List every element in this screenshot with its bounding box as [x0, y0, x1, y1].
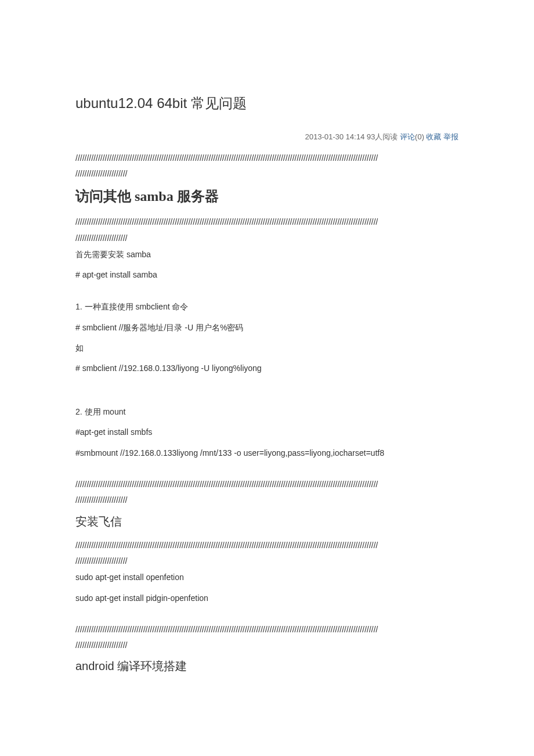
- separator-line: ////////////////////////////////////////…: [75, 623, 459, 636]
- content-text: 如: [75, 341, 459, 355]
- page-title: ubuntu12.04 64bit 常见问题: [75, 93, 459, 114]
- separator-line: ////////////////////////////////////////…: [75, 539, 459, 552]
- separator-line: ///////////////////////: [75, 232, 459, 244]
- content-text: sudo apt-get install openfetion: [75, 570, 459, 585]
- content-text: 1. 一种直接使用 smbclient 命令: [75, 300, 459, 314]
- separator-line: ////////////////////////////////////////…: [75, 152, 459, 164]
- content-text: 2. 使用 mount: [75, 405, 459, 419]
- separator-line: ///////////////////////: [75, 494, 459, 506]
- comments-count: (0): [415, 132, 424, 141]
- samba-content-block: 首先需要安装 samba # apt-get install samba 1. …: [75, 247, 459, 460]
- separator-line: ///////////////////////: [75, 167, 459, 180]
- comments-link[interactable]: 评论: [400, 132, 415, 141]
- content-text: # smbclient //服务器地址/目录 -U 用户名%密码: [75, 321, 459, 335]
- separator-line: ////////////////////////////////////////…: [75, 478, 459, 491]
- reads-suffix: 人阅读: [375, 132, 398, 141]
- separator-line: ///////////////////////: [75, 639, 459, 651]
- section-title-samba: 访问其他 samba 服务器: [75, 186, 459, 207]
- content-text: # apt-get install samba: [75, 268, 459, 282]
- content-text: #smbmount //192.168.0.133liyong /mnt/133…: [75, 446, 459, 460]
- content-text: # smbclient //192.168.0.133/liyong -U li…: [75, 361, 459, 376]
- separator-line: ///////////////////////: [75, 555, 459, 567]
- post-meta: 2013-01-30 14:14 93人阅读 评论(0) 收藏 举报: [75, 131, 459, 143]
- section-title-feixin: 安装飞信: [75, 513, 459, 530]
- content-text: 首先需要安装 samba: [75, 247, 459, 262]
- feixin-content-block: sudo apt-get install openfetion sudo apt…: [75, 570, 459, 605]
- separator-line: ////////////////////////////////////////…: [75, 215, 459, 228]
- content-text: #apt-get install smbfs: [75, 425, 459, 440]
- section-title-android: android 编译环境搭建: [75, 657, 459, 675]
- content-text: sudo apt-get install pidgin-openfetion: [75, 591, 459, 606]
- reads-count: 93: [367, 132, 375, 141]
- favorite-link[interactable]: 收藏: [426, 132, 441, 141]
- report-link[interactable]: 举报: [443, 132, 459, 141]
- post-datetime: 2013-01-30 14:14: [305, 132, 365, 141]
